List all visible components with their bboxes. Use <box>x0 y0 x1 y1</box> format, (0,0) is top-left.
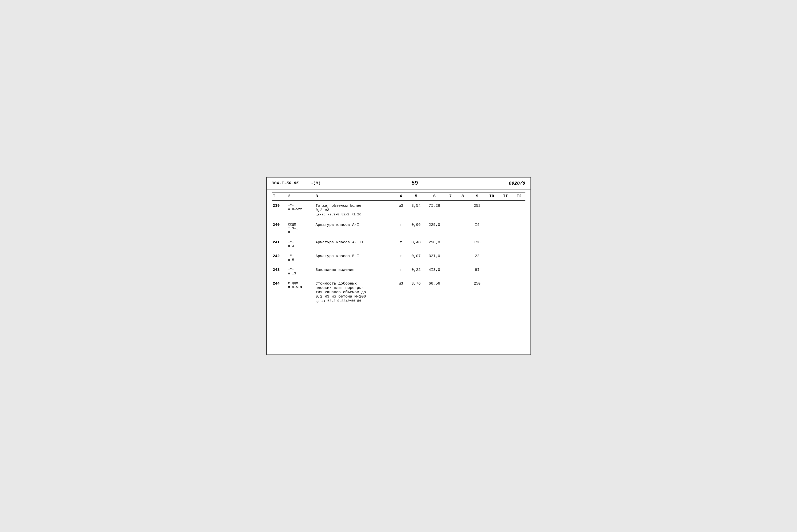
row-cell-col11 <box>498 279 513 304</box>
col-header-2: 2 <box>287 192 315 201</box>
row-cell-col8 <box>457 265 469 277</box>
col-header-11: II <box>498 192 513 201</box>
row-desc-text: Арматура класса В-I <box>316 254 359 259</box>
row-cell-col6: 66,56 <box>424 279 445 304</box>
row-cell-col4: т <box>394 220 408 235</box>
row-desc-text: Арматура класса А-III <box>316 240 364 245</box>
row-cell-col12 <box>513 237 525 249</box>
table-row: 242-"- п.6Арматура класса В-Iт0,0732I,02… <box>272 251 525 263</box>
table-row: 244С ЦЦМ п.8-5I8Стоимость доборных плоск… <box>272 279 525 304</box>
row-sub-text: Цена: 68,2-0,82x2=66,56 <box>316 299 361 303</box>
row-cell-col10 <box>486 237 498 249</box>
row-cell-col6: 229,0 <box>424 220 445 235</box>
row-cell-col6: 4I3,0 <box>424 265 445 277</box>
table-row: 239-"- п.8-522То же, объемом более 0,2 м… <box>272 201 525 218</box>
header-left: 904-I-56.85 -(8) <box>272 181 321 186</box>
row-cell-col7 <box>445 265 457 277</box>
row-cell-col5: 3,76 <box>408 279 424 304</box>
row-number: 242 <box>272 251 287 263</box>
row-cell-col9: 9I <box>469 265 486 277</box>
col-header-7: 7 <box>445 192 457 201</box>
spacer-row <box>272 277 525 279</box>
row-cell-col9: 250 <box>469 279 486 304</box>
col-header-1: I <box>272 192 287 201</box>
row-cell-col8 <box>457 201 469 218</box>
row-desc: То же, объемом более 0,2 м3Цена: 72,9-0,… <box>315 201 394 218</box>
column-header-row: I 2 3 4 5 6 7 8 9 I0 II I2 <box>272 192 525 201</box>
row-cell-col11 <box>498 237 513 249</box>
table-container: I 2 3 4 5 6 7 8 9 I0 II I2 239-"- п.8-52… <box>267 189 530 309</box>
row-cell-col7 <box>445 279 457 304</box>
row-cell-col5: 0,48 <box>408 237 424 249</box>
col-header-10: I0 <box>486 192 498 201</box>
row-number: 244 <box>272 279 287 304</box>
row-ref: ССЦМ т.3-I п.I <box>287 220 315 235</box>
document-page: 904-I-56.85 -(8) 59 8920/8 <box>266 177 531 355</box>
row-cell-col4: м3 <box>394 279 408 304</box>
row-number: 239 <box>272 201 287 218</box>
row-cell-col10 <box>486 251 498 263</box>
header-code: 8920/8 <box>509 181 525 186</box>
row-cell-col9: 252 <box>469 201 486 218</box>
row-ref: С ЦЦМ п.8-5I8 <box>287 279 315 304</box>
header-subtitle: -(8) <box>311 181 321 186</box>
row-ref: -"- п.I3 <box>287 265 315 277</box>
row-cell-col5: 3,54 <box>408 201 424 218</box>
col-header-3: 3 <box>315 192 394 201</box>
row-cell-col4: т <box>394 237 408 249</box>
col-header-12: I2 <box>513 192 525 201</box>
row-desc-text: Арматура класса А-I <box>316 223 359 227</box>
row-cell-col5: 0,07 <box>408 251 424 263</box>
row-cell-col12 <box>513 251 525 263</box>
row-cell-col10 <box>486 201 498 218</box>
row-desc: Закладные изделия <box>315 265 394 277</box>
row-cell-col9: I20 <box>469 237 486 249</box>
row-cell-col7 <box>445 251 457 263</box>
row-desc-text: То же, объемом более 0,2 м3 <box>316 204 361 212</box>
row-cell-col12 <box>513 265 525 277</box>
spacer-row <box>272 304 525 306</box>
row-cell-col8 <box>457 251 469 263</box>
row-ref: -"- п.8-522 <box>287 201 315 218</box>
row-cell-col11 <box>498 220 513 235</box>
table-row: 240ССЦМ т.3-I п.IАрматура класса А-Iт0,0… <box>272 220 525 235</box>
table-row: 24I-"- п.3Арматура класса А-IIIт0,48250,… <box>272 237 525 249</box>
page-header: 904-I-56.85 -(8) 59 8920/8 <box>267 177 530 189</box>
row-cell-col6: 32I,0 <box>424 251 445 263</box>
row-ref: -"- п.6 <box>287 251 315 263</box>
table-row: 243-"- п.I3Закладные изделият0,224I3,09I <box>272 265 525 277</box>
spacer-row <box>272 249 525 251</box>
row-cell-col4: т <box>394 265 408 277</box>
row-cell-col10 <box>486 265 498 277</box>
row-desc-text: Закладные изделия <box>316 268 355 272</box>
row-cell-col4: м3 <box>394 201 408 218</box>
row-cell-col8 <box>457 220 469 235</box>
row-number: 240 <box>272 220 287 235</box>
row-cell-col12 <box>513 220 525 235</box>
col-header-8: 8 <box>457 192 469 201</box>
row-cell-col8 <box>457 237 469 249</box>
main-table: I 2 3 4 5 6 7 8 9 I0 II I2 239-"- п.8-52… <box>272 192 525 306</box>
row-desc: Арматура класса В-I <box>315 251 394 263</box>
col-header-4: 4 <box>394 192 408 201</box>
row-cell-col9: 22 <box>469 251 486 263</box>
row-number: 24I <box>272 237 287 249</box>
header-page-num: 59 <box>411 180 418 186</box>
spacer-row <box>272 235 525 237</box>
col-header-6: 6 <box>424 192 445 201</box>
row-cell-col6: 250,0 <box>424 237 445 249</box>
row-cell-col7 <box>445 237 457 249</box>
spacer-row <box>272 218 525 220</box>
row-cell-col11 <box>498 201 513 218</box>
row-cell-col6: 7I,26 <box>424 201 445 218</box>
row-cell-col11 <box>498 251 513 263</box>
spacer-row <box>272 263 525 265</box>
row-cell-col4: т <box>394 251 408 263</box>
row-cell-col12 <box>513 279 525 304</box>
row-desc: Арматура класса А-I <box>315 220 394 235</box>
row-sub-text: Цена: 72,9-0,82x2=71,26 <box>316 213 361 216</box>
row-cell-col10 <box>486 279 498 304</box>
row-cell-col11 <box>498 265 513 277</box>
row-desc: Стоимость доборных плоских плит перекры-… <box>315 279 394 304</box>
doc-ref-italic: 56.85 <box>286 181 298 186</box>
